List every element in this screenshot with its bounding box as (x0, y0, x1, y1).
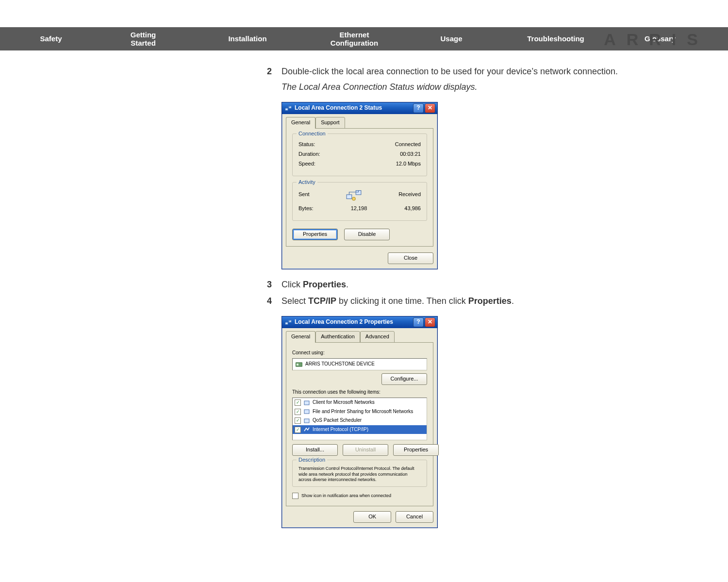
brand-logo: ARRIS (604, 30, 709, 49)
uninstall-button: Uninstall (343, 444, 388, 456)
list-item[interactable]: ✓ QoS Packet Scheduler (293, 416, 427, 425)
tab-advanced[interactable]: Advanced (360, 331, 395, 343)
step-4-mid: by clicking it one time. Then click (336, 296, 468, 306)
lac-status-title: Local Area Connection 2 Status (295, 104, 412, 112)
svg-rect-10 (304, 410, 309, 414)
duration-label: Duration: (298, 150, 320, 158)
close-button[interactable]: ✕ (425, 103, 435, 113)
step-3: 3 Click Properties. (267, 278, 718, 291)
disable-button[interactable]: Disable (344, 229, 390, 240)
connection-icon (285, 319, 292, 326)
nav-ethernet-config[interactable]: Ethernet Configuration (301, 31, 408, 48)
close-dialog-button[interactable]: Close (388, 252, 433, 264)
configure-button[interactable]: Configure... (381, 373, 427, 385)
bytes-received: 43,986 (404, 205, 421, 213)
lac-properties-dialog: Local Area Connection 2 Properties ? ✕ G… (281, 316, 438, 528)
svg-rect-5 (285, 322, 288, 324)
nav-ethernet-l2: Configuration (331, 39, 378, 47)
tab-support[interactable]: Support (315, 117, 345, 129)
svg-point-4 (352, 197, 355, 200)
item-properties-button[interactable]: Properties (393, 444, 439, 456)
device-name: ARRIS TOUCHSTONE DEVICE (305, 361, 375, 368)
connect-using-label: Connect using: (292, 349, 427, 357)
step-3-number: 3 (267, 278, 281, 291)
close-button[interactable]: ✕ (425, 317, 435, 327)
svg-rect-2 (347, 195, 352, 199)
step-4-b1: TCP/IP (308, 296, 336, 306)
speed-value: 12.0 Mbps (396, 160, 421, 168)
bytes-label: Bytes: (298, 205, 314, 213)
list-item-selected[interactable]: ✓ Internet Protocol (TCP/IP) (293, 425, 427, 434)
svg-rect-0 (285, 108, 288, 110)
bytes-sent: 12,198 (314, 205, 405, 213)
list-item[interactable]: ✓ Client for Microsoft Networks (293, 398, 427, 407)
checkbox-icon[interactable]: ✓ (295, 409, 301, 415)
properties-button[interactable]: Properties (292, 229, 338, 240)
activity-icon (346, 187, 362, 202)
service-icon (304, 409, 310, 415)
nav-installation[interactable]: Installation (194, 34, 301, 43)
tab-general[interactable]: General (286, 117, 315, 129)
step-2: 2 Double-click the local area connection… (267, 65, 718, 93)
item-label: File and Printer Sharing for Microsoft N… (313, 408, 413, 416)
checkbox-icon[interactable]: ✓ (295, 399, 301, 406)
step-3-post: . (346, 280, 348, 289)
ok-button[interactable]: OK (353, 511, 391, 523)
step-4-post: . (512, 296, 514, 306)
step-4-number: 4 (267, 295, 281, 307)
lac-status-titlebar[interactable]: Local Area Connection 2 Status ? ✕ (282, 102, 437, 114)
duration-value: 00:03:21 (400, 150, 421, 158)
nav-usage[interactable]: Usage (408, 34, 495, 43)
service-icon (304, 418, 310, 424)
nav-safety[interactable]: Safety (0, 34, 92, 43)
checkbox-icon[interactable]: ✓ (295, 417, 301, 424)
item-label: Client for Microsoft Networks (313, 399, 375, 406)
svg-rect-11 (304, 419, 309, 423)
items-listbox[interactable]: ✓ Client for Microsoft Networks ✓ File a… (292, 398, 427, 440)
description-title: Description (297, 456, 327, 464)
client-icon (304, 400, 310, 406)
tab-general[interactable]: General (286, 331, 315, 343)
lac-status-dialog: Local Area Connection 2 Status ? ✕ Gener… (281, 102, 438, 269)
nic-icon (296, 362, 302, 367)
activity-sent-label: Sent (298, 191, 310, 199)
step-3-pre: Click (281, 280, 303, 289)
connection-icon (285, 105, 292, 112)
lac-properties-titlebar[interactable]: Local Area Connection 2 Properties ? ✕ (282, 316, 437, 328)
description-text: Transmission Control Protocol/Internet P… (296, 463, 424, 484)
svg-rect-8 (297, 364, 298, 366)
step-4: 4 Select TCP/IP by clicking it one time.… (267, 295, 718, 307)
connect-using-field[interactable]: ARRIS TOUCHSTONE DEVICE (292, 358, 427, 370)
step-3-bold: Properties (303, 280, 346, 289)
checkbox-icon[interactable]: ✓ (295, 427, 301, 433)
nav-troubleshooting[interactable]: Troubleshooting (495, 34, 616, 43)
install-button[interactable]: Install... (292, 444, 338, 456)
step-2-text: Double-click the local area connection t… (281, 67, 618, 76)
show-icon-label: Show icon in notification area when conn… (301, 493, 391, 499)
step-2-note: The Local Area Connection Status widow d… (281, 81, 718, 93)
lac-properties-title: Local Area Connection 2 Properties (295, 318, 412, 326)
list-item[interactable]: ✓ File and Printer Sharing for Microsoft… (293, 407, 427, 416)
cancel-button[interactable]: Cancel (396, 511, 433, 523)
step-2-number: 2 (267, 65, 281, 93)
nav-getting-l1: Getting (131, 31, 156, 39)
group-activity: Activity (297, 179, 317, 186)
svg-rect-9 (304, 401, 309, 405)
status-label: Status: (298, 141, 315, 149)
item-label: QoS Packet Scheduler (313, 417, 362, 424)
nav-getting-l2: Started (131, 39, 156, 47)
protocol-icon (304, 427, 310, 432)
nav-getting-started[interactable]: Getting Started (92, 31, 194, 48)
step-4-b2: Properties (468, 296, 512, 306)
help-button[interactable]: ? (413, 103, 424, 113)
speed-label: Speed: (298, 160, 315, 168)
status-value: Connected (395, 141, 421, 149)
tab-authentication[interactable]: Authentication (315, 331, 360, 343)
activity-received-label: Received (398, 191, 421, 199)
help-button[interactable]: ? (413, 317, 424, 327)
step-4-pre: Select (281, 296, 308, 306)
show-icon-checkbox[interactable]: ✓ (292, 493, 298, 499)
group-connection: Connection (297, 130, 328, 138)
item-label: Internet Protocol (TCP/IP) (313, 426, 368, 433)
nav-ethernet-l1: Ethernet (340, 31, 369, 39)
